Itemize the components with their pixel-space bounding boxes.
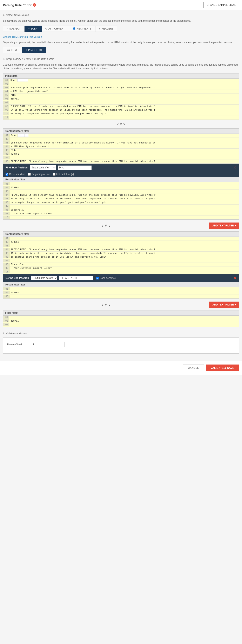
- table-row: 06or example change the browser or if yo…: [3, 255, 239, 259]
- table-row: 08Sincerely,: [3, 263, 239, 266]
- tab-html[interactable]: </> HTML: [3, 47, 22, 53]
- filter-1-case-sensitive-label[interactable]: Case sensitive: [5, 173, 25, 176]
- filter-1-checkboxes: Case sensitive Beginning of line last ma…: [3, 172, 239, 177]
- validate-form: Name of field: [3, 338, 239, 354]
- filter-2-result-block: Result after filter 01 02438761 03: [3, 282, 239, 299]
- filter-1-result-scroll[interactable]: 01 02438761 03 04PLEASE NOTE: If you alr…: [3, 182, 239, 220]
- table-row: 05IN is only valid within the session in…: [3, 197, 239, 201]
- table-row: 02438761: [3, 319, 239, 323]
- page-title: Parsing Rule Editor: [3, 3, 31, 7]
- table-row: 04e PIN then ignore this email.: [3, 90, 239, 94]
- filter-2-result-lines: 01 02438761 03: [3, 287, 239, 298]
- initial-data-header: Initial data: [3, 74, 239, 79]
- table-row: 07: [3, 259, 239, 263]
- table-row: 05PIN:: [3, 148, 239, 152]
- filter-2-wrapper: Content before filter 01 02438761 03 04P…: [3, 231, 239, 299]
- table-row: 04e PIN then ignore this email.: [3, 145, 239, 148]
- tab-headers[interactable]: ¶ HEADERS: [95, 26, 117, 32]
- table-row: 03: [3, 190, 239, 194]
- filter-2-type-select[interactable]: Text match before Text match after Regex: [31, 276, 57, 280]
- filter-1-before-lines: 01Dear ████████, 02 03you have just requ…: [3, 134, 239, 164]
- filter-1-last-match-label[interactable]: last match of {x}: [53, 173, 74, 176]
- table-row: 10: [3, 216, 239, 220]
- table-row: 02438761: [3, 240, 239, 244]
- subject-icon: ≡: [7, 27, 8, 30]
- main-content: 1. Select Data Source Select where the d…: [0, 10, 242, 361]
- html-plain-desc: Depending on your email, the data field …: [3, 40, 239, 44]
- filter-2-before-header: Content before filter: [3, 232, 239, 237]
- table-row: 01: [3, 237, 239, 240]
- filter-1-before-scroll[interactable]: 01Dear ████████, 02 03you have just requ…: [3, 134, 239, 164]
- html-plain-link[interactable]: Choose HTML or Plain Text Version: [3, 36, 239, 38]
- filter-1-beginning-checkbox[interactable]: [28, 173, 31, 176]
- table-row: 01: [3, 182, 239, 186]
- filter-2-value-input[interactable]: [59, 276, 93, 280]
- change-sample-button[interactable]: CHANGE SAMPLE EMAIL: [204, 2, 239, 8]
- table-row: 09IN is only valid within the session in…: [3, 108, 239, 112]
- table-row: 04PLEASE NOTE: If you already have reque…: [3, 248, 239, 252]
- initial-data-scroll[interactable]: 01Dear ████████, 02 03you have just requ…: [3, 79, 239, 120]
- table-row: 01Dear ████████,: [3, 79, 239, 82]
- table-row: 02: [3, 138, 239, 141]
- filter-1-before-header: Content before filter: [3, 128, 239, 134]
- table-row: 03: [3, 323, 239, 327]
- table-row: 08PLEASE NOTE: If you already have reque…: [3, 160, 239, 164]
- table-row: 11: [3, 116, 239, 120]
- tab-subject[interactable]: ≡ SUBJECT: [3, 26, 24, 32]
- version-tabs: </> HTML ≡ PLAIN TEXT: [3, 47, 239, 53]
- section-1-desc: Select where the data you want to parse …: [3, 19, 239, 23]
- tab-recipients[interactable]: 👤 RECIPIENTS: [69, 26, 95, 32]
- arrows-1: ∨ ∨ ∨: [3, 120, 239, 128]
- table-row: 10: [3, 270, 239, 274]
- tab-body[interactable]: ≡ BODY: [24, 26, 42, 32]
- table-row: 12Sincerely,: [3, 120, 239, 120]
- section-1: 1. Select Data Source Select where the d…: [3, 14, 239, 53]
- filter-1-result-block: Result after filter 01 02438761 03 04PLE…: [3, 177, 239, 220]
- add-text-filter-1-button[interactable]: ADD TEXT FILTER ▾: [209, 222, 239, 229]
- table-row: 01Dear ████████,: [3, 134, 239, 138]
- final-result-header: Final result: [3, 310, 239, 316]
- filter-1-case-sensitive-checkbox[interactable]: [5, 173, 8, 176]
- arrows-2: ∨ ∨ ∨: [3, 222, 209, 230]
- filter-1-bar: Find Start Position Text match after Tex…: [3, 164, 239, 172]
- validate-save-button[interactable]: VALIDATE & SAVE: [206, 364, 239, 371]
- add-text-filter-2-button[interactable]: ADD TEXT FILTER ▾: [209, 302, 239, 308]
- tab-attachment[interactable]: ✿ ATTACHMENT: [42, 26, 69, 32]
- table-row: 09 Your customer support EUserv: [3, 266, 239, 270]
- cancel-button[interactable]: CANCEL: [183, 364, 204, 371]
- help-icon[interactable]: ?: [33, 3, 36, 6]
- filter-1-label: Find Start Position: [5, 166, 28, 169]
- data-source-tabs: ≡ SUBJECT ≡ BODY ✿ ATTACHMENT 👤 RECIPIEN…: [3, 26, 239, 32]
- filter-1-last-match-checkbox[interactable]: [53, 173, 55, 176]
- filter-1-value-input[interactable]: [58, 166, 91, 170]
- table-row: 05PIN:: [3, 94, 239, 97]
- filter-2-close-icon[interactable]: ✕: [233, 276, 237, 280]
- table-row: 10or example change the browser or if yo…: [3, 112, 239, 116]
- filter-1-beginning-label[interactable]: Beginning of line: [28, 173, 50, 176]
- final-result-block: Final result 01 02438761 03: [3, 310, 239, 327]
- tab-plain-text[interactable]: ≡ PLAIN TEXT: [22, 47, 46, 53]
- filter-2-case-sensitive-checkbox[interactable]: [96, 277, 99, 280]
- field-name-label: Name of field: [7, 343, 28, 346]
- table-row: 01: [3, 316, 239, 319]
- final-result-lines: 01 02438761 03: [3, 316, 239, 327]
- filter-2-before-lines: 01 02438761 03 04PLEASE NOTE: If you alr…: [3, 237, 239, 274]
- section-2: 2. Crop, Modify & Find Patterns With Fil…: [3, 58, 239, 327]
- filter-2-before-block: Content before filter 01 02438761 03 04P…: [3, 232, 239, 274]
- filter-1-close-icon[interactable]: ✕: [233, 165, 237, 170]
- table-row: 04PLEASE NOTE: If you already have reque…: [3, 194, 239, 197]
- table-row: 09 Your customer support EUserv: [3, 212, 239, 216]
- section-3: 3. Validate and save Name of field: [3, 332, 239, 354]
- html-icon: </>: [7, 49, 10, 52]
- filter-2-before-scroll[interactable]: 01 02438761 03 04PLEASE NOTE: If you alr…: [3, 237, 239, 274]
- table-row: 03: [3, 295, 239, 298]
- body-icon: ≡: [28, 27, 30, 30]
- table-row: 07: [3, 156, 239, 160]
- filter-2-case-sensitive-label[interactable]: Case sensitive: [96, 276, 116, 280]
- attachment-icon: ✿: [45, 27, 47, 30]
- filter-1-type-select[interactable]: Text match after Text match before Regex: [30, 165, 56, 170]
- headers-icon: ¶: [99, 27, 100, 30]
- table-row: 07: [3, 204, 239, 208]
- field-name-input[interactable]: [30, 342, 64, 347]
- table-row: 02438761: [3, 186, 239, 190]
